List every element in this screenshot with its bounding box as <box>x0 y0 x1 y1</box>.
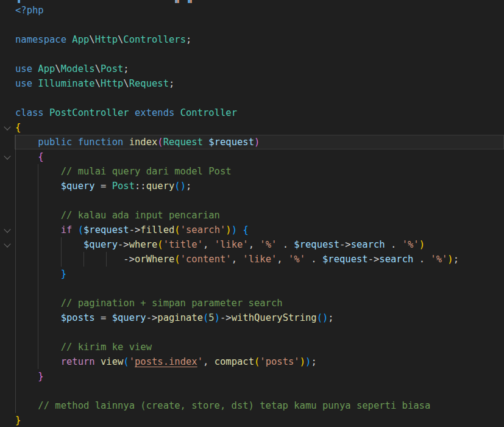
token-control: if <box>61 224 73 235</box>
token-var: search <box>351 239 385 250</box>
code-line[interactable]: } <box>0 267 504 281</box>
token-plain <box>15 239 83 250</box>
token-keyword: namespace <box>15 34 66 45</box>
fold-chevron-icon[interactable] <box>4 223 18 237</box>
code-line[interactable]: } <box>0 413 504 427</box>
code-line[interactable]: // mulai query dari model Post <box>0 164 504 179</box>
token-plain: = <box>95 312 112 323</box>
code-line[interactable] <box>0 47 504 62</box>
code-line[interactable]: // method lainnya (create, store, dst) t… <box>0 398 504 413</box>
token-plain: \ <box>95 78 101 89</box>
token-b1: ( <box>174 224 180 235</box>
token-b3: { <box>243 224 248 235</box>
code-line[interactable] <box>0 325 504 340</box>
code-line[interactable] <box>0 91 504 106</box>
code-line[interactable] <box>0 18 504 32</box>
code-line[interactable] <box>0 193 504 208</box>
token-func: where <box>129 239 158 250</box>
token-plain <box>32 63 38 74</box>
code-line[interactable]: class PostController extends Controller <box>0 106 504 120</box>
code-editor[interactable]: <?phpnamespace App\Http\Controllers;use … <box>0 0 504 427</box>
token-func: index <box>129 137 158 148</box>
token-plain <box>15 298 61 309</box>
token-func: filled <box>140 224 174 235</box>
token-str: 'search' <box>180 224 226 235</box>
token-keyword: extends <box>135 107 174 118</box>
token-plain: , <box>232 254 243 265</box>
token-plain <box>15 371 38 382</box>
token-plain: . <box>277 239 294 250</box>
token-type: Http <box>101 78 123 89</box>
token-b1: ) <box>447 254 453 265</box>
token-str: ' <box>129 356 135 367</box>
token-b3: ) <box>305 356 311 367</box>
token-plain: ; <box>186 181 191 192</box>
token-plain: \ <box>89 34 94 45</box>
token-plain: ; <box>311 356 316 367</box>
token-var: $query <box>83 239 118 250</box>
code-line[interactable]: use App\Models\Post; <box>0 62 504 76</box>
token-plain <box>15 181 61 192</box>
token-b3: ( <box>203 312 208 323</box>
token-b2: { <box>38 151 43 162</box>
token-type: Http <box>95 34 118 45</box>
code-line[interactable]: // kirim ke view <box>0 340 504 354</box>
token-var: $query <box>61 181 95 192</box>
code-content[interactable]: <?phpnamespace App\Http\Controllers;use … <box>0 0 504 427</box>
token-str: '%' <box>260 239 277 250</box>
token-plain: -> <box>123 254 135 265</box>
code-line[interactable]: public function index(Request $request) <box>0 135 504 149</box>
folding-gutter[interactable] <box>0 0 15 427</box>
code-line[interactable] <box>0 281 504 296</box>
token-plain: -> <box>129 224 141 235</box>
token-str: '%' <box>430 254 447 265</box>
token-func: withQueryString <box>232 312 317 323</box>
code-line[interactable]: $query = Post::query(); <box>0 179 504 193</box>
token-plain: \ <box>95 63 101 74</box>
token-plain: ; <box>123 63 129 74</box>
code-line[interactable]: $posts = $query->paginate(5)->withQueryS… <box>0 310 504 325</box>
code-line[interactable]: use Illuminate\Http\Request; <box>0 76 504 91</box>
cutoff-line-fragment <box>190 0 192 3</box>
code-line[interactable]: <?php <box>0 3 504 18</box>
code-line[interactable]: return view('posts.index', compact('post… <box>0 354 504 369</box>
token-plain <box>15 151 38 162</box>
token-plain <box>15 268 61 279</box>
token-b3: ( <box>78 224 83 235</box>
token-str: 'content' <box>180 254 232 265</box>
token-plain: . <box>305 254 322 265</box>
code-line[interactable]: $query->where('title', 'like', '%' . $re… <box>0 237 504 252</box>
token-plain <box>15 312 61 323</box>
code-line[interactable]: { <box>0 149 504 164</box>
fold-chevron-icon[interactable] <box>4 149 18 164</box>
token-b1: ( <box>254 356 260 367</box>
token-plain: , <box>277 254 288 265</box>
token-plain <box>129 107 135 118</box>
token-control: return <box>61 356 95 367</box>
token-plain <box>174 107 180 118</box>
token-var: $query <box>112 312 146 323</box>
code-line[interactable]: ->orWhere('content', 'like', '%' . $requ… <box>0 252 504 267</box>
token-comment: // kalau ada input pencarian <box>61 210 220 221</box>
token-link: posts.index <box>135 356 197 367</box>
token-plain: \ <box>118 34 123 45</box>
token-var: $request <box>83 224 129 235</box>
token-str: 'title' <box>163 239 203 250</box>
token-plain <box>15 254 123 265</box>
fold-chevron-icon[interactable] <box>4 120 18 135</box>
code-line[interactable]: { <box>0 120 504 135</box>
token-keyword: class <box>15 107 44 118</box>
fold-chevron-icon[interactable] <box>4 237 18 252</box>
token-var: $request <box>294 239 339 250</box>
token-plain: \ <box>55 63 60 74</box>
code-line[interactable]: namespace App\Http\Controllers; <box>0 32 504 47</box>
code-line[interactable] <box>0 384 504 398</box>
code-line[interactable]: if ($request->filled('search')) { <box>0 223 504 237</box>
code-line[interactable]: // kalau ada input pencarian <box>0 208 504 223</box>
token-plain <box>72 224 77 235</box>
code-line[interactable]: // pagination + simpan parameter search <box>0 296 504 310</box>
token-plain: -> <box>146 312 158 323</box>
code-line[interactable]: } <box>0 369 504 384</box>
token-plain <box>32 78 38 89</box>
token-func: query <box>146 181 175 192</box>
